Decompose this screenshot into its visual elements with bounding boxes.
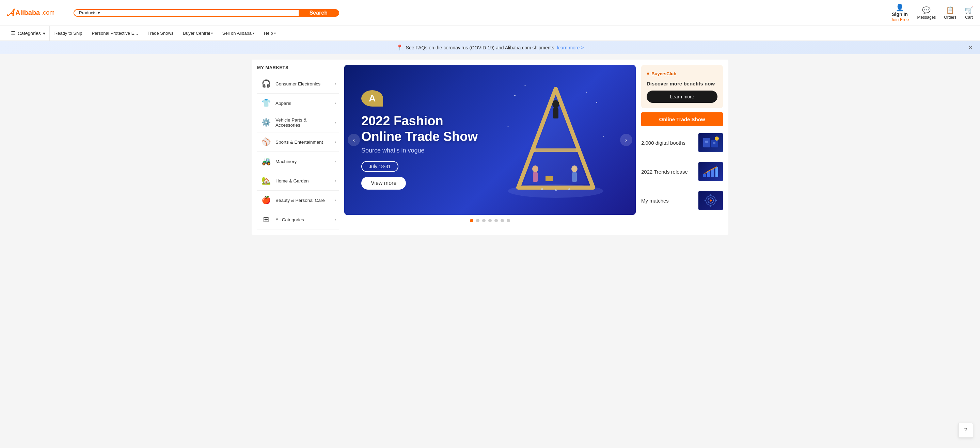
hamburger-icon: ☰: [11, 30, 16, 37]
svg-rect-28: [716, 167, 718, 177]
search-button[interactable]: Search: [299, 10, 339, 16]
banner-date: July 18-31: [361, 161, 398, 172]
svg-rect-23: [713, 142, 716, 144]
search-products-dropdown[interactable]: Products ▾: [74, 10, 105, 16]
sidebar-item-home-garden[interactable]: 🏡 Home & Garden ›: [257, 171, 339, 191]
svg-rect-9: [572, 172, 577, 182]
orders-action[interactable]: 📋 Orders: [944, 6, 956, 20]
nav-item-help[interactable]: Help ▾: [259, 26, 281, 41]
main-content: MY MARKETS 🎧 Consumer Electronics › 👕 Ap…: [245, 54, 735, 240]
cart-action[interactable]: 🛒 Cart: [965, 6, 973, 20]
sidebar-item-arrow-icon: ›: [335, 198, 336, 203]
sidebar-item-sports[interactable]: ⚾ Sports & Entertainment ›: [257, 132, 339, 152]
navbar: ☰ Categories ▾ Ready to Ship Personal Pr…: [0, 26, 980, 41]
right-list-item-label: 2022 Trends release: [641, 169, 694, 175]
sidebar-item-beauty[interactable]: 🍎 Beauty & Personal Care ›: [257, 191, 339, 210]
right-list-item-digital-booths[interactable]: 2,000 digital booths: [641, 130, 723, 155]
all-categories-icon: ⊞: [260, 213, 272, 226]
nav-item-label: Help: [264, 31, 273, 36]
sidebar-item-all-categories[interactable]: ⊞ All Categories ›: [257, 210, 339, 229]
banner-dot-6[interactable]: [501, 219, 504, 222]
sports-icon: ⚾: [260, 136, 272, 148]
consumer-electronics-icon: 🎧: [260, 78, 272, 90]
nav-item-ppe[interactable]: Personal Protective E...: [87, 26, 143, 41]
svg-rect-22: [705, 141, 708, 143]
sign-in-label: Sign In: [892, 11, 908, 17]
buyer-central-arrow-icon: ▾: [211, 31, 213, 35]
join-free-label: Join Free: [891, 17, 909, 22]
nav-item-trade-shows[interactable]: Trade Shows: [143, 26, 178, 41]
buyers-club-name: BuyersClub: [651, 71, 676, 76]
banner-title: 2022 Fashion Online Trade Show: [361, 113, 478, 145]
sign-in-area[interactable]: 👤 Sign In Join Free: [891, 3, 909, 22]
banner-view-more-button[interactable]: View more: [361, 177, 406, 190]
nav-item-sell[interactable]: Sell on Alibaba ▾: [218, 26, 259, 41]
orders-icon: 📋: [946, 6, 955, 14]
sidebar-item-label: Home & Garden: [275, 178, 331, 183]
svg-rect-27: [711, 169, 714, 177]
search-input[interactable]: [105, 10, 299, 16]
sidebar-item-arrow-icon: ›: [335, 217, 336, 222]
categories-label: Categories: [18, 31, 41, 36]
buyers-club-card: ♦ BuyersClub Discover more benefits now …: [641, 65, 723, 108]
user-icon: 👤: [896, 3, 904, 11]
banner-dot-2[interactable]: [476, 219, 479, 222]
banner-dot-3[interactable]: [482, 219, 485, 222]
svg-rect-7: [533, 172, 538, 182]
nav-item-label: Buyer Central: [183, 31, 210, 36]
banner-dots: [344, 219, 636, 222]
banner-dot-5[interactable]: [495, 219, 498, 222]
nav-item-label: Trade Shows: [148, 31, 173, 36]
logo-area[interactable]: 𝓐 Alibaba .com: [7, 7, 68, 18]
logo-dotcom: .com: [41, 9, 54, 16]
banner-area: ‹ A 2022 Fashion Online Trade Show Sourc…: [344, 65, 636, 229]
online-trade-show-button[interactable]: Online Trade Show: [641, 112, 723, 126]
right-list-item-trends[interactable]: 2022 Trends release: [641, 159, 723, 184]
right-list-item-matches[interactable]: My matches: [641, 188, 723, 213]
svg-point-11: [514, 95, 515, 96]
sidebar-item-arrow-icon: ›: [335, 159, 336, 164]
announcement-learn-more-link[interactable]: learn more >: [557, 45, 584, 50]
sidebar-item-vehicle-parts[interactable]: ⚙️ Vehicle Parts & Accessories ›: [257, 113, 339, 132]
svg-point-31: [710, 200, 712, 202]
nav-item-ready-to-ship[interactable]: Ready to Ship: [50, 26, 87, 41]
sidebar-item-apparel[interactable]: 👕 Apparel ›: [257, 94, 339, 113]
svg-point-19: [568, 188, 570, 190]
sidebar-item-arrow-icon: ›: [335, 140, 336, 145]
sidebar-item-machinery[interactable]: 🚜 Machinery ›: [257, 152, 339, 171]
banner-illustration: [498, 75, 614, 205]
buyers-club-description: Discover more benefits now: [647, 81, 718, 86]
orders-label: Orders: [944, 15, 956, 20]
svg-point-15: [524, 85, 525, 86]
messages-label: Messages: [917, 15, 936, 20]
nav-item-buyer-central[interactable]: Buyer Central ▾: [178, 26, 217, 41]
sidebar-item-arrow-icon: ›: [335, 101, 336, 105]
sidebar-item-consumer-electronics[interactable]: 🎧 Consumer Electronics ›: [257, 74, 339, 94]
matches-thumbnail: [698, 191, 723, 210]
banner-dot-1[interactable]: [470, 219, 473, 222]
buyers-club-learn-more-button[interactable]: Learn more: [647, 91, 718, 103]
sidebar: MY MARKETS 🎧 Consumer Electronics › 👕 Ap…: [257, 65, 339, 229]
sidebar-item-label: Beauty & Personal Care: [275, 198, 331, 203]
banner-next-button[interactable]: ›: [620, 134, 632, 146]
sidebar-item-arrow-icon: ›: [335, 81, 336, 86]
digital-booths-thumbnail: [698, 133, 723, 152]
right-list-item-label: My matches: [641, 198, 694, 203]
sell-arrow-icon: ▾: [253, 31, 255, 35]
banner-dot-7[interactable]: [507, 219, 510, 222]
sidebar-item-label: Consumer Electronics: [275, 81, 331, 86]
banner-dot-4[interactable]: [488, 219, 492, 222]
banner-prev-button[interactable]: ‹: [348, 134, 360, 146]
messages-action[interactable]: 💬 Messages: [917, 6, 936, 20]
content-wrapper: MY MARKETS 🎧 Consumer Electronics › 👕 Ap…: [251, 60, 729, 235]
announcement-close-button[interactable]: ✕: [968, 44, 973, 51]
nav-item-label: Sell on Alibaba: [222, 31, 251, 36]
sidebar-item-arrow-icon: ›: [335, 120, 336, 125]
svg-point-17: [541, 188, 543, 190]
svg-point-12: [596, 102, 597, 103]
categories-nav[interactable]: ☰ Categories ▾: [7, 26, 50, 41]
nav-item-label: Personal Protective E...: [92, 31, 138, 36]
svg-point-18: [555, 189, 557, 191]
banner-subtitle: Source what's in vogue: [361, 147, 478, 154]
beauty-icon: 🍎: [260, 194, 272, 206]
